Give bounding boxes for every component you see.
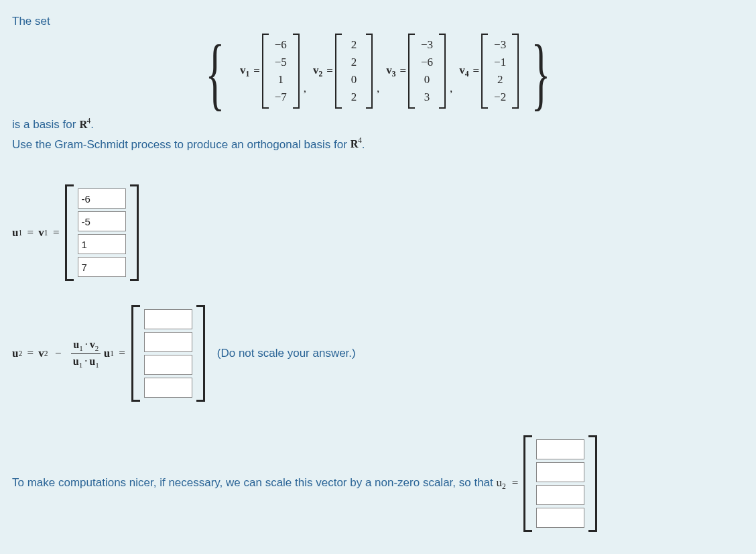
right-bracket-icon bbox=[439, 34, 446, 109]
vector-v4: v4 = −3 −1 2 −2 bbox=[456, 34, 519, 109]
vector-label: v4 bbox=[459, 64, 468, 78]
equals-sign: = bbox=[473, 64, 480, 78]
scaled-u2-input-matrix bbox=[523, 435, 597, 532]
vector-label: v1 bbox=[240, 64, 249, 78]
matrix-entry: −3 bbox=[491, 36, 509, 54]
bbR-icon: R bbox=[351, 137, 358, 151]
u2-entry-2[interactable] bbox=[144, 332, 192, 352]
basis-line: is a basis for R4. bbox=[12, 117, 744, 131]
left-brace-icon: { bbox=[206, 45, 225, 103]
left-bracket-icon bbox=[408, 34, 415, 109]
instruction-line: Use the Gram-Schmidt process to produce … bbox=[12, 137, 744, 152]
matrix-entry: −6 bbox=[271, 36, 290, 54]
matrix-entry: 2 bbox=[344, 54, 363, 71]
scaled-u2-entry-4[interactable] bbox=[536, 508, 584, 528]
scaled-u2-entry-1[interactable] bbox=[536, 439, 584, 459]
problem-page: The set { v1 = −6 −5 1 −7 , v2 = bbox=[0, 0, 756, 554]
left-bracket-icon bbox=[335, 34, 342, 109]
equals-sign: = bbox=[326, 64, 333, 78]
right-bracket-icon bbox=[366, 34, 373, 109]
scaled-u2-entry-2[interactable] bbox=[536, 462, 584, 482]
matrix-entry: 3 bbox=[418, 89, 436, 106]
matrix-entry: −3 bbox=[418, 36, 436, 54]
matrix-entry: 2 bbox=[491, 71, 509, 89]
right-bracket-icon bbox=[196, 305, 205, 402]
matrix-entry: 1 bbox=[271, 71, 290, 89]
left-bracket-icon bbox=[523, 435, 532, 532]
comma: , bbox=[304, 82, 306, 109]
comma: , bbox=[377, 82, 379, 109]
vector-v1: v1 = −6 −5 1 −7 bbox=[237, 34, 300, 109]
matrix-entry: 2 bbox=[344, 89, 363, 106]
u1-entry-3[interactable] bbox=[78, 234, 126, 254]
u1-entry-4[interactable] bbox=[78, 257, 126, 277]
matrix-entry: 0 bbox=[344, 71, 363, 89]
intro-text: The set bbox=[12, 15, 744, 28]
equals-sign: = bbox=[399, 64, 406, 78]
u2-formula: u2 = v2 − u1·v2 u1·u1 u1 = bbox=[12, 339, 127, 369]
u2-entry-1[interactable] bbox=[144, 309, 192, 329]
u2-hint: (Do not scale your answer.) bbox=[217, 347, 356, 360]
right-bracket-icon bbox=[293, 34, 300, 109]
u2-row: u2 = v2 − u1·v2 u1·u1 u1 = (Do not scale… bbox=[12, 305, 744, 402]
text: is a basis for bbox=[12, 118, 79, 131]
vector-matrix: −3 −1 2 −2 bbox=[481, 34, 519, 109]
matrix-entry: 0 bbox=[418, 71, 436, 89]
vector-matrix: −3 −6 0 3 bbox=[408, 34, 446, 109]
matrix-entry: −2 bbox=[491, 89, 509, 106]
u2-input-matrix bbox=[131, 305, 205, 402]
vector-label: v2 bbox=[313, 64, 322, 78]
text: . bbox=[90, 118, 94, 131]
projection-fraction: u1·v2 u1·u1 bbox=[71, 339, 101, 369]
matrix-entry: −7 bbox=[271, 89, 290, 106]
matrix-entry: 2 bbox=[344, 36, 363, 54]
left-bracket-icon bbox=[65, 184, 74, 281]
right-bracket-icon bbox=[130, 184, 139, 281]
right-bracket-icon bbox=[588, 435, 597, 532]
vector-v3: v3 = −3 −6 0 3 bbox=[383, 34, 446, 109]
vector-matrix: −6 −5 1 −7 bbox=[262, 34, 300, 109]
vector-v2: v2 = 2 2 0 2 bbox=[310, 34, 373, 109]
left-bracket-icon bbox=[262, 34, 269, 109]
u1-row: u1 = v1 = bbox=[12, 184, 744, 281]
u1-entry-1[interactable] bbox=[78, 188, 126, 209]
left-bracket-icon bbox=[131, 305, 140, 402]
text: . bbox=[362, 137, 365, 150]
u2-entry-3[interactable] bbox=[144, 355, 192, 375]
scaled-u2-entry-3[interactable] bbox=[536, 485, 584, 505]
scale-text: To make computations nicer, if necessary… bbox=[12, 476, 518, 491]
vector-label: v3 bbox=[386, 64, 395, 78]
matrix-entry: −6 bbox=[418, 54, 436, 71]
u2-entry-4[interactable] bbox=[144, 378, 192, 398]
left-bracket-icon bbox=[481, 34, 488, 109]
comma: , bbox=[450, 82, 452, 109]
u1-formula: u1 = v1 = bbox=[12, 226, 61, 239]
bbR-icon: R bbox=[79, 118, 86, 131]
text: Use the Gram-Schmidt process to produce … bbox=[12, 137, 351, 150]
equals-sign: = bbox=[253, 64, 260, 78]
vector-set-display: { v1 = −6 −5 1 −7 , v2 = bbox=[12, 34, 744, 109]
matrix-entry: −5 bbox=[271, 54, 290, 71]
matrix-entry: −1 bbox=[491, 54, 509, 71]
u1-entry-2[interactable] bbox=[78, 211, 126, 231]
right-bracket-icon bbox=[512, 34, 519, 109]
scaled-u2-row: To make computations nicer, if necessary… bbox=[12, 435, 744, 532]
right-brace-icon: } bbox=[531, 45, 551, 103]
u1-input-matrix bbox=[65, 184, 139, 281]
vector-matrix: 2 2 0 2 bbox=[335, 34, 373, 109]
